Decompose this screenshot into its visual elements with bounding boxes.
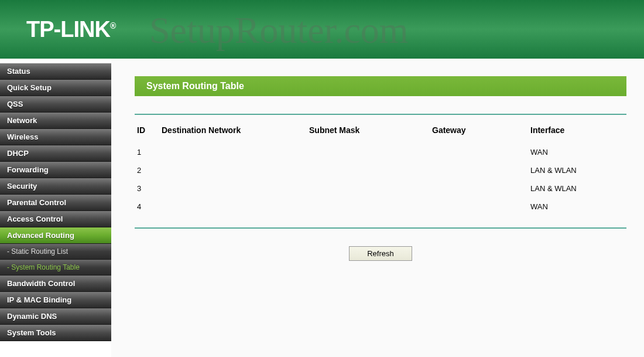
brand-logo: TP-LINK® bbox=[26, 17, 115, 42]
sidebar-item-label: Network bbox=[7, 116, 37, 125]
col-header-subnet: Subnet Mask bbox=[307, 121, 430, 143]
cell-subnet bbox=[307, 198, 430, 216]
refresh-button[interactable]: Refresh bbox=[349, 246, 412, 261]
sidebar-item-wireless[interactable]: Wireless bbox=[0, 129, 111, 145]
sidebar: Status Quick Setup QSS Network Wireless … bbox=[0, 59, 111, 357]
cell-gateway bbox=[430, 161, 528, 179]
sidebar-item-ip-mac-binding[interactable]: IP & MAC Binding bbox=[0, 292, 111, 308]
sidebar-item-label: Advanced Routing bbox=[7, 231, 74, 240]
sidebar-item-label: QSS bbox=[7, 100, 23, 108]
cell-interface: LAN & WLAN bbox=[528, 161, 626, 179]
sidebar-item-label: DHCP bbox=[7, 149, 29, 158]
sidebar-item-label: Access Control bbox=[7, 215, 63, 223]
sidebar-item-status[interactable]: Status bbox=[0, 63, 111, 80]
cell-gateway bbox=[430, 179, 528, 198]
sidebar-item-label: Quick Setup bbox=[7, 83, 52, 92]
sidebar-item-label: System Tools bbox=[7, 328, 56, 337]
cell-interface: WAN bbox=[528, 198, 626, 216]
col-header-destination: Destination Network bbox=[159, 121, 307, 143]
cell-interface: WAN bbox=[528, 143, 626, 161]
sidebar-item-bandwidth-control[interactable]: Bandwidth Control bbox=[0, 276, 111, 292]
cell-interface: LAN & WLAN bbox=[528, 179, 626, 198]
sidebar-item-security[interactable]: Security bbox=[0, 178, 111, 195]
sidebar-item-network[interactable]: Network bbox=[0, 113, 111, 129]
table-row: 2 LAN & WLAN bbox=[135, 161, 626, 179]
table-row: 3 LAN & WLAN bbox=[135, 179, 626, 198]
sidebar-item-qss[interactable]: QSS bbox=[0, 96, 111, 113]
cell-subnet bbox=[307, 143, 430, 161]
sidebar-subitem-system-routing-table[interactable]: - System Routing Table bbox=[0, 260, 111, 276]
cell-id: 2 bbox=[135, 161, 159, 179]
col-header-gateway: Gateway bbox=[430, 121, 528, 143]
sidebar-item-dynamic-dns[interactable]: Dynamic DNS bbox=[0, 308, 111, 325]
brand-mark: ® bbox=[110, 21, 115, 30]
routing-table-container: ID Destination Network Subnet Mask Gatew… bbox=[135, 114, 626, 229]
table-row: 4 WAN bbox=[135, 198, 626, 216]
cell-dest bbox=[159, 198, 307, 216]
sidebar-item-parental-control[interactable]: Parental Control bbox=[0, 195, 111, 211]
page-title: System Routing Table bbox=[135, 76, 626, 96]
sidebar-item-system-tools[interactable]: System Tools bbox=[0, 325, 111, 341]
sidebar-item-label: - Static Routing List bbox=[7, 247, 68, 256]
sidebar-item-label: IP & MAC Binding bbox=[7, 295, 71, 304]
col-header-interface: Interface bbox=[528, 121, 626, 143]
table-header-row: ID Destination Network Subnet Mask Gatew… bbox=[135, 121, 626, 143]
header: TP-LINK® bbox=[0, 0, 644, 59]
col-header-id: ID bbox=[135, 121, 159, 143]
cell-id: 4 bbox=[135, 198, 159, 216]
sidebar-item-access-control[interactable]: Access Control bbox=[0, 211, 111, 227]
sidebar-item-label: Bandwidth Control bbox=[7, 279, 75, 288]
cell-gateway bbox=[430, 143, 528, 161]
cell-id: 1 bbox=[135, 143, 159, 161]
sidebar-item-label: Forwarding bbox=[7, 165, 49, 174]
routing-table: ID Destination Network Subnet Mask Gatew… bbox=[135, 121, 626, 216]
main-container: Status Quick Setup QSS Network Wireless … bbox=[0, 59, 644, 357]
cell-dest bbox=[159, 161, 307, 179]
sidebar-item-label: Dynamic DNS bbox=[7, 312, 57, 321]
cell-subnet bbox=[307, 161, 430, 179]
cell-gateway bbox=[430, 198, 528, 216]
sidebar-item-dhcp[interactable]: DHCP bbox=[0, 145, 111, 162]
sidebar-subitem-static-routing-list[interactable]: - Static Routing List bbox=[0, 244, 111, 260]
sidebar-item-label: Status bbox=[7, 67, 30, 76]
cell-subnet bbox=[307, 179, 430, 198]
sidebar-item-label: Security bbox=[7, 182, 37, 191]
sidebar-item-forwarding[interactable]: Forwarding bbox=[0, 162, 111, 178]
sidebar-item-label: - System Routing Table bbox=[7, 263, 80, 271]
sidebar-item-label: Wireless bbox=[7, 132, 38, 141]
content-area: System Routing Table ID Destination Netw… bbox=[111, 59, 644, 357]
button-row: Refresh bbox=[135, 246, 626, 261]
cell-dest bbox=[159, 179, 307, 198]
cell-id: 3 bbox=[135, 179, 159, 198]
sidebar-item-quick-setup[interactable]: Quick Setup bbox=[0, 80, 111, 96]
sidebar-item-advanced-routing[interactable]: Advanced Routing bbox=[0, 227, 111, 244]
sidebar-item-label: Parental Control bbox=[7, 198, 66, 207]
brand-text: TP-LINK bbox=[26, 17, 110, 42]
cell-dest bbox=[159, 143, 307, 161]
table-row: 1 WAN bbox=[135, 143, 626, 161]
